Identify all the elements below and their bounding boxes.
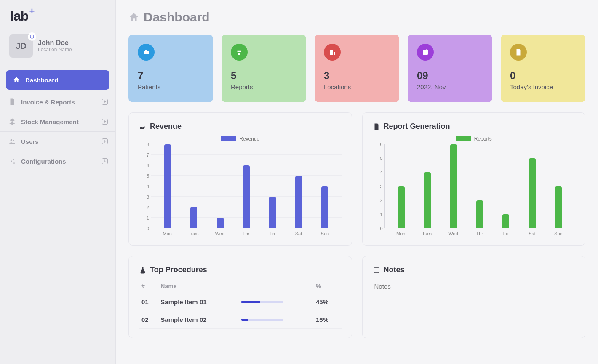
x-tick: Thr [233, 231, 259, 236]
notes-input[interactable] [373, 279, 575, 321]
reports-chart-card: Report Generation Reports 0123456MonTues… [362, 112, 586, 246]
kpi-value: 7 [138, 70, 204, 82]
card-title-text: Revenue [150, 122, 182, 131]
report-icon [373, 123, 380, 130]
svg-point-3 [11, 161, 12, 162]
kpi-icon [417, 44, 434, 61]
sidebar-item-label: Invoice & Reports [21, 98, 75, 106]
notes-card: Notes [362, 256, 586, 338]
user-location: Location Name [38, 47, 72, 53]
legend-label: Revenue [239, 136, 259, 142]
chart-bar [269, 197, 276, 228]
kpi-label: Reports [231, 83, 297, 90]
sliders-icon [8, 157, 16, 165]
chart-bar [164, 144, 171, 228]
kpi-row: 7 Patients 5 Reports 3 Locations 09 2022… [128, 35, 585, 102]
svg-point-0 [11, 139, 13, 141]
cell-idx: 01 [139, 293, 158, 311]
expand-icon: + [102, 99, 108, 105]
kpi-value: 5 [231, 70, 297, 82]
chart-bar [502, 214, 509, 228]
x-tick: Sun [545, 231, 571, 236]
card-title-text: Report Generation [384, 122, 450, 131]
table-row: 02 Sample Item 02 16% [139, 311, 342, 329]
x-tick: Tues [414, 231, 440, 236]
nav: Dashboard Invoice & Reports + Stock Mana… [0, 68, 115, 171]
top-procedures-card: Top Procedures # Name % 01 Sample Item 0… [128, 256, 352, 338]
x-tick: Sun [312, 231, 338, 236]
document-icon [8, 98, 16, 106]
chart-bar [190, 207, 197, 228]
sidebar-item-label: Configurations [21, 158, 66, 165]
revenue-chart: 012345678MonTuesWedThrFriSatSun [139, 144, 342, 236]
x-tick: Fri [259, 231, 285, 236]
procedures-table: # Name % 01 Sample Item 01 45%02 Sample … [139, 279, 342, 329]
users-icon [8, 138, 16, 145]
x-tick: Fri [493, 231, 519, 236]
sidebar-item-users[interactable]: Users + [0, 131, 115, 151]
svg-rect-6 [374, 268, 379, 273]
home-icon [128, 12, 139, 23]
kpi-value: 09 [417, 70, 483, 82]
chart-bar [321, 186, 328, 228]
x-tick: Wed [207, 231, 233, 236]
main-content: Dashboard 7 Patients 5 Reports 3 Locatio… [116, 0, 598, 364]
svg-point-4 [13, 162, 15, 164]
table-row: 01 Sample Item 01 45% [139, 293, 342, 311]
page-title-text: Dashboard [144, 10, 210, 24]
col-progress [239, 279, 313, 293]
x-tick: Tues [180, 231, 206, 236]
kpi-icon [138, 44, 155, 61]
sidebar-item-invoice-reports[interactable]: Invoice & Reports + [0, 92, 115, 112]
kpi-value: 3 [324, 70, 390, 82]
hand-money-icon [139, 123, 147, 130]
kpi-label: 2022, Nov [417, 83, 483, 90]
svg-point-2 [13, 159, 14, 160]
kpi-label: Locations [324, 83, 390, 90]
expand-icon: + [102, 119, 108, 125]
kpi-green[interactable]: 5 Reports [222, 35, 306, 102]
kpi-icon [231, 44, 248, 61]
legend-label: Reports [474, 136, 492, 142]
kpi-icon [510, 44, 527, 61]
col-idx: # [139, 279, 158, 293]
kpi-label: Today's Invoice [510, 83, 576, 90]
col-pct: % [313, 279, 341, 293]
chart-bar [243, 165, 250, 228]
sidebar-item-label: Stock Management [21, 118, 79, 125]
kpi-icon [324, 44, 341, 61]
chart-bar [217, 218, 224, 228]
svg-rect-5 [423, 50, 428, 55]
kpi-blue[interactable]: 7 Patients [128, 35, 213, 102]
x-tick: Thr [467, 231, 493, 236]
x-tick: Sat [286, 231, 312, 236]
flask-icon [139, 266, 147, 274]
card-title-text: Top Procedures [150, 266, 207, 274]
sidebar-item-configurations[interactable]: Configurations + [0, 151, 115, 171]
chart-bar [476, 200, 483, 228]
sidebar-item-stock[interactable]: Stock Management + [0, 112, 115, 131]
sidebar-item-label: Users [21, 138, 39, 145]
legend-swatch [456, 136, 471, 141]
cell-progress [239, 293, 313, 311]
kpi-value: 0 [510, 70, 576, 82]
cell-idx: 02 [139, 311, 158, 329]
power-icon[interactable] [28, 32, 36, 41]
x-tick: Mon [388, 231, 414, 236]
sidebar-item-dashboard[interactable]: Dashboard [6, 70, 109, 90]
kpi-red[interactable]: 3 Locations [315, 35, 399, 102]
kpi-yellow[interactable]: 0 Today's Invoice [501, 35, 585, 102]
logo: lab+ [0, 0, 115, 28]
x-tick: Wed [440, 231, 466, 236]
sidebar: lab+ JD John Doe Location Name Dashboard… [0, 0, 116, 364]
chart-bar [398, 186, 405, 228]
cell-pct: 45% [313, 293, 341, 311]
sidebar-item-label: Dashboard [25, 77, 58, 84]
home-icon [13, 76, 20, 84]
kpi-purple[interactable]: 09 2022, Nov [408, 35, 492, 102]
chart-bar [555, 186, 562, 228]
card-title-text: Notes [384, 266, 405, 274]
cell-progress [239, 311, 313, 329]
chart-bar [450, 144, 457, 228]
chart-legend: Revenue [139, 136, 342, 142]
